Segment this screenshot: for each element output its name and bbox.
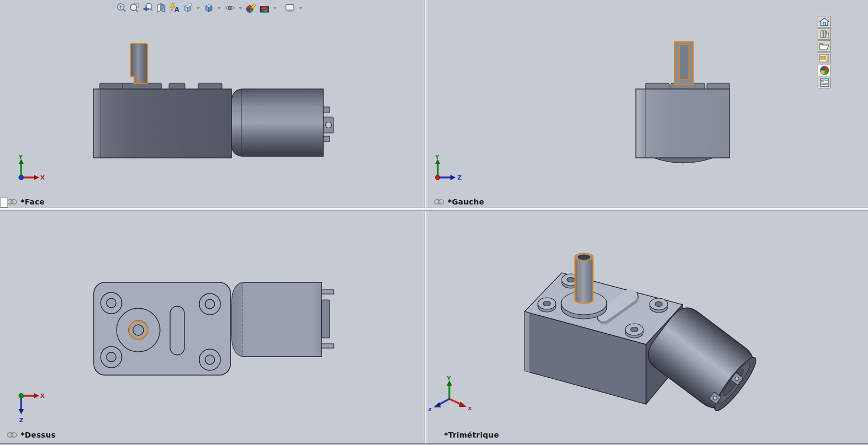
gauche-triad-z-label: Z [457, 174, 462, 181]
linked-views-icon [6, 431, 17, 439]
previous-view-icon [143, 3, 153, 13]
dessus-triad: X Z [19, 393, 45, 424]
zoom-to-area-button[interactable] [129, 2, 140, 14]
hide-show-items-button[interactable] [224, 2, 236, 14]
zoom-to-area-icon [129, 3, 140, 13]
design-library-icon [820, 30, 829, 39]
gearbox-edge-highlight [525, 312, 529, 372]
motor-behind-arc[interactable] [654, 158, 713, 163]
tri-triad-x-label: x [468, 405, 472, 412]
apply-scene-button[interactable] [259, 2, 270, 14]
central-shaft-boss[interactable] [117, 308, 160, 352]
horizontal-viewport-splitter[interactable] [0, 208, 868, 211]
view-orientation-icon [182, 3, 193, 13]
previous-view-button[interactable] [142, 2, 154, 14]
gauche-triad-y-label: Y [435, 154, 440, 161]
view-settings-dropdown-caret[interactable] [298, 7, 303, 10]
linked-views-icon [433, 198, 445, 206]
custom-properties-icon [820, 78, 829, 87]
svg-text:A: A [174, 6, 180, 13]
motor-body[interactable] [232, 89, 323, 156]
application-canvas: Y X *Face [0, 0, 868, 445]
face-view-label-text: *Face [21, 198, 45, 206]
viewport-trimetrique[interactable]: Y x z *Trimétrique [427, 211, 868, 443]
edit-appearance-button[interactable] [245, 2, 257, 14]
task-pane [818, 16, 831, 89]
gearbox-body[interactable] [636, 89, 730, 158]
section-view-icon [156, 3, 166, 13]
gearbox-body[interactable] [93, 89, 232, 158]
annotation-views-icon: A [169, 3, 180, 13]
tri-triad-z-label: z [428, 406, 431, 413]
gauche-view-label-text: *Gauche [448, 198, 484, 206]
trimetrique-triad: Y x z [428, 375, 472, 413]
dessus-view-label-text: *Dessus [21, 431, 56, 439]
view-settings-button[interactable] [284, 2, 296, 14]
annotation-views-button[interactable]: A [169, 2, 180, 14]
motor-end-cap[interactable] [322, 300, 330, 338]
appearances-scenes-tab[interactable] [818, 65, 831, 76]
gauche-view-drawing: Y Z [427, 0, 868, 208]
trimetrique-view-label-text: *Trimétrique [444, 431, 499, 439]
face-triad-y-label: Y [18, 154, 23, 161]
output-shaft-selected[interactable] [130, 43, 147, 83]
splitter-handle[interactable] [0, 198, 8, 208]
dessus-triad-z-label: Z [19, 417, 23, 424]
gauche-triad: Y Z [435, 154, 462, 181]
hide-show-items-icon [225, 3, 235, 13]
viewport-gauche[interactable]: Y Z *Gauche [427, 0, 868, 208]
linked-views-icon [6, 198, 17, 206]
apply-scene-icon [259, 3, 270, 13]
motor-left-cap-shade [232, 282, 243, 357]
home-icon [819, 17, 829, 26]
dessus-triad-x-label: X [40, 393, 45, 399]
view-palette-tab[interactable] [818, 52, 831, 64]
view-orientation-dropdown-caret[interactable] [196, 7, 200, 10]
file-explorer-tab[interactable] [818, 40, 831, 52]
view-settings-icon [285, 3, 295, 13]
vertical-viewport-splitter[interactable] [424, 0, 427, 443]
custom-properties-tab[interactable] [818, 77, 831, 88]
zoom-to-fit-icon [116, 3, 127, 13]
face-triad-x-label: X [40, 174, 45, 181]
display-style-icon [203, 3, 214, 13]
file-explorer-icon [819, 42, 829, 50]
design-library-tab[interactable] [818, 28, 831, 40]
dessus-view-label[interactable]: *Dessus [6, 431, 56, 439]
tri-triad-y-label: Y [446, 375, 451, 382]
display-style-button[interactable] [203, 2, 215, 14]
view-orientation-button[interactable] [182, 2, 193, 14]
view-palette-icon [819, 54, 829, 63]
hide-show-dropdown-caret[interactable] [238, 7, 243, 10]
display-style-dropdown-caret[interactable] [217, 7, 222, 10]
appearances-sphere-icon [820, 66, 829, 75]
face-triad: Y X [18, 154, 45, 181]
apply-scene-dropdown-caret[interactable] [273, 7, 277, 10]
section-view-button[interactable] [155, 2, 167, 14]
plate-slot[interactable] [170, 306, 184, 355]
trimetric-view-drawing: Y x z [427, 211, 868, 443]
dessus-view-drawing: X Z [0, 211, 424, 443]
home-tab[interactable] [818, 16, 831, 28]
trimetrique-view-label[interactable]: *Trimétrique [444, 431, 499, 439]
heads-up-toolbar: A [116, 2, 304, 14]
face-view-drawing: Y X [0, 0, 424, 208]
gauche-view-label[interactable]: *Gauche [433, 198, 484, 206]
face-view-label[interactable]: *Face [6, 198, 45, 206]
edit-appearance-icon [245, 3, 257, 13]
output-shaft-selected[interactable] [675, 42, 693, 84]
motor-body[interactable] [232, 282, 322, 357]
viewport-face[interactable]: Y X *Face [0, 0, 424, 208]
viewport-dessus[interactable]: X Z *Dessus [0, 211, 424, 443]
output-shaft-selected[interactable] [575, 253, 593, 304]
zoom-to-fit-button[interactable] [116, 2, 127, 14]
